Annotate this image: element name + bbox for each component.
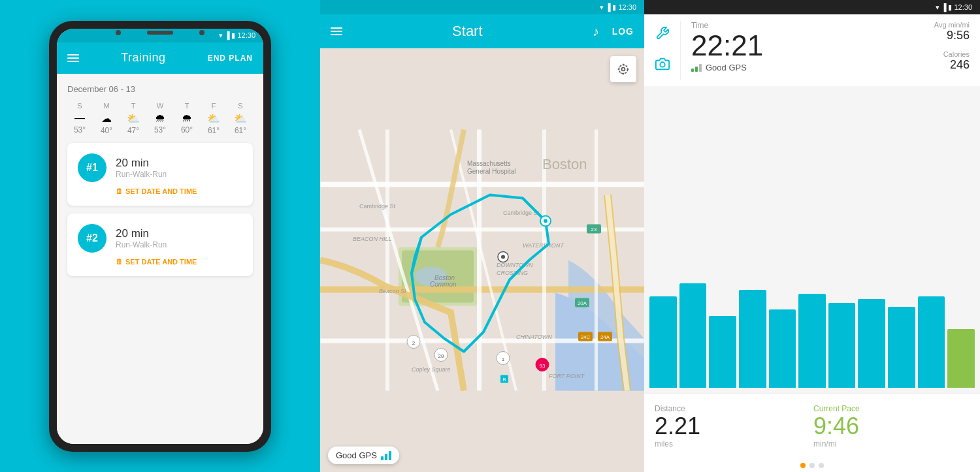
end-plan-button[interactable]: END PLAN — [208, 54, 253, 63]
location-button[interactable] — [610, 56, 636, 82]
battery-icon: ▮ — [231, 31, 235, 40]
stats-time-section: Time 22:21 Good GPS Avg min/mi — [681, 21, 970, 80]
svg-text:23: 23 — [591, 227, 597, 232]
avg-pace-value: 9:56 — [934, 29, 970, 42]
distance-unit: miles — [655, 439, 811, 448]
svg-text:Common: Common — [430, 281, 457, 288]
map-menu-button[interactable] — [331, 27, 342, 35]
menu-button[interactable] — [67, 54, 79, 62]
stats-top-row: Time 22:21 Good GPS Avg min/mi — [691, 21, 970, 72]
svg-text:24C: 24C — [581, 334, 591, 340]
svg-text:Beacon St: Beacon St — [379, 288, 406, 294]
svg-point-46 — [544, 219, 547, 223]
cal-day-t1: T ⛅ 47° — [121, 102, 146, 135]
calories-label: Calories — [943, 50, 970, 58]
log-button[interactable]: LOG — [612, 26, 634, 37]
svg-point-50 — [501, 255, 505, 259]
workout-info-1: 20 min Run-Walk-Run — [116, 157, 167, 179]
stats-battery-icon: ▮ — [948, 3, 952, 12]
gps-bar-s3 — [699, 64, 702, 72]
stats-time-display: 12:30 — [954, 3, 972, 11]
current-pace-cell: Current Pace 9:46 min/mi — [813, 401, 970, 451]
cal-day-s2: S ⛅ 61° — [228, 102, 253, 135]
workout-type-2: Run-Walk-Run — [116, 240, 167, 249]
workout-row-2: #2 20 min Run-Walk-Run — [78, 224, 242, 253]
stats-top-section: Time 22:21 Good GPS Avg min/mi — [644, 14, 980, 86]
svg-text:20A: 20A — [578, 300, 587, 306]
current-pace-unit: min/mi — [813, 439, 970, 448]
sensor — [199, 30, 204, 35]
svg-point-52 — [619, 65, 627, 73]
svg-text:28: 28 — [438, 353, 444, 359]
gps-bar-3 — [389, 451, 391, 460]
svg-point-51 — [622, 68, 625, 71]
training-panel: ▾ ▐ ▮ 12:30 Training END PLAN December 0… — [0, 0, 320, 472]
stats-sidebar-icons — [644, 21, 681, 80]
map-area[interactable]: Boston Boston Common BEACON HILL WATERFR… — [320, 48, 644, 472]
dot-2 — [809, 463, 815, 468]
stats-bottom-section: Distance 2.21 miles Current Pace 9:46 mi… — [644, 393, 980, 459]
cal-day-s1: S — 53° — [67, 102, 92, 135]
calendar-icon-2: 🗓 — [116, 258, 123, 266]
dot-1 — [800, 463, 806, 468]
camera-icon[interactable] — [655, 57, 670, 74]
chart-bar-11 — [947, 329, 975, 388]
svg-text:Massachusetts: Massachusetts — [467, 160, 511, 167]
stats-gps-label: Good GPS — [706, 63, 747, 72]
stats-signal-icon: ▐ — [941, 3, 947, 11]
dot-3 — [819, 463, 824, 468]
music-icon[interactable]: ♪ — [593, 24, 599, 39]
chart-bar-9 — [888, 307, 915, 388]
avg-pace-block: Avg min/mi 9:56 — [934, 21, 970, 42]
cal-day-m: M ☁ 40° — [94, 102, 119, 135]
map-wifi-icon: ▾ — [600, 3, 604, 12]
chart-bar-4 — [739, 290, 766, 388]
cal-day-w: W 🌧 53° — [148, 102, 172, 135]
training-content: December 06 - 13 S — 53° M ☁ 40° T — [57, 74, 263, 444]
current-pace-value: 9:46 — [813, 415, 970, 438]
cal-day-f: F ⛅ 61° — [201, 102, 226, 135]
workout-number-2: #2 — [78, 224, 106, 253]
stats-status-icons: ▾ ▐ ▮ 12:30 — [936, 3, 972, 12]
chart-bar-7 — [828, 303, 856, 388]
stats-wifi-icon: ▾ — [936, 3, 939, 12]
set-date-time-2[interactable]: 🗓 SET DATE AND TIME — [78, 258, 242, 266]
chart-bar-6 — [798, 294, 826, 388]
svg-point-53 — [660, 62, 664, 67]
gps-signal-bars — [381, 451, 391, 460]
time-block: Time 22:21 Good GPS — [691, 21, 763, 72]
workout-type-1: Run-Walk-Run — [116, 170, 167, 179]
gps-bar-2 — [385, 454, 387, 460]
avg-pace-label: Avg min/mi — [934, 21, 970, 29]
wifi-icon: ▾ — [219, 31, 223, 40]
map-time-display: 12:30 — [618, 3, 636, 11]
svg-rect-10 — [385, 130, 389, 391]
status-icons: ▾ ▐ ▮ 12:30 — [219, 31, 255, 40]
workout-duration-1: 20 min — [116, 157, 167, 170]
stats-panel: ▾ ▐ ▮ 12:30 — [644, 0, 980, 472]
gps-bar-1 — [381, 456, 384, 460]
map-toolbar-title: Start — [452, 23, 482, 40]
chart-bar-1 — [649, 296, 677, 388]
wrench-icon[interactable] — [655, 26, 670, 44]
gps-label: Good GPS — [336, 450, 377, 460]
set-date-time-1[interactable]: 🗓 SET DATE AND TIME — [78, 187, 242, 195]
stats-status-bar: ▾ ▐ ▮ 12:30 — [644, 0, 980, 14]
training-toolbar: Training END PLAN — [57, 42, 263, 74]
workout-info-2: 20 min Run-Walk-Run — [116, 227, 167, 249]
signal-icon: ▐ — [225, 31, 230, 39]
workout-card-2: #2 20 min Run-Walk-Run 🗓 SET DATE AND TI… — [67, 213, 253, 276]
current-pace-label: Current Pace — [813, 404, 970, 413]
distance-cell: Distance 2.21 miles — [655, 401, 811, 451]
calories-block: Calories 246 — [943, 50, 970, 72]
distance-label: Distance — [655, 404, 811, 413]
front-camera — [116, 30, 121, 35]
toolbar-title: Training — [121, 51, 165, 65]
svg-text:FORT POINT: FORT POINT — [549, 373, 585, 379]
chart-bar-5 — [769, 309, 796, 388]
workout-duration-2: 20 min — [116, 227, 167, 240]
map-status-icons: ▾ ▐ ▮ 12:30 — [600, 3, 636, 12]
phone-device: ▾ ▐ ▮ 12:30 Training END PLAN December 0… — [49, 21, 271, 452]
time-display: 12:30 — [237, 31, 255, 39]
chart-bar-8 — [858, 299, 885, 388]
